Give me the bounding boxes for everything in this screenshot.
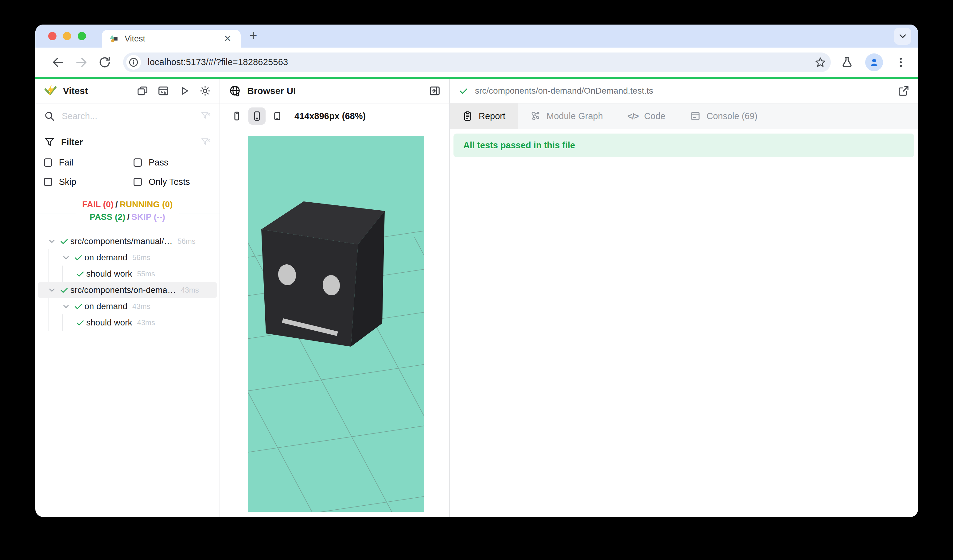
- test-tree-row[interactable]: src/components/on-dema…43ms: [38, 282, 217, 298]
- tab-module-graph[interactable]: Module Graph: [518, 104, 615, 129]
- maximize-window-button[interactable]: [78, 32, 86, 40]
- profile-avatar[interactable]: [865, 53, 883, 71]
- test-render-canvas[interactable]: [248, 136, 424, 512]
- test-duration: 56ms: [177, 237, 196, 246]
- reload-button[interactable]: [98, 56, 112, 69]
- dock-panel-right-icon[interactable]: [429, 85, 441, 97]
- minimize-window-button[interactable]: [63, 32, 71, 40]
- desktop-background: Vitest ✕ + localhost:5173/#: [0, 0, 953, 560]
- test-duration: 55ms: [137, 270, 155, 278]
- test-status-summary: FAIL (0)/RUNNING (0) PASS (2)/SKIP (--): [35, 198, 219, 228]
- url-text: localhost:5173/#/?file=1828625563: [148, 57, 288, 67]
- fail-count: FAIL (0): [82, 200, 113, 209]
- app-title: Vitest: [63, 86, 88, 96]
- vitest-logo-icon: [44, 84, 57, 97]
- file-pass-check-icon: [458, 86, 469, 96]
- indent-guide: [62, 265, 63, 282]
- test-tree: src/components/manual/…56mson demand56ms…: [35, 233, 219, 330]
- test-label: src/components/on-dema…: [70, 285, 176, 295]
- globe-icon: [229, 85, 241, 97]
- device-toolbar: 414x896px (68%): [220, 104, 449, 129]
- checkbox-label: Pass: [149, 158, 168, 168]
- indent-guide: [48, 265, 48, 282]
- back-button[interactable]: [51, 56, 65, 69]
- open-in-editor-icon[interactable]: [892, 85, 910, 97]
- browser-tab-strip: Vitest ✕ +: [35, 25, 918, 48]
- test-progress-bar: [35, 77, 918, 79]
- filter-checkbox-skip[interactable]: Skip: [44, 177, 133, 187]
- test-duration: 43ms: [181, 286, 199, 295]
- search-icon: [44, 110, 55, 122]
- tab-title: Vitest: [125, 34, 222, 43]
- browser-toolbar: localhost:5173/#/?file=1828625563: [35, 48, 918, 77]
- run-all-play-icon[interactable]: [178, 85, 190, 97]
- checkbox[interactable]: [44, 178, 52, 186]
- site-info-icon[interactable]: [126, 55, 141, 70]
- search-input[interactable]: [62, 111, 200, 121]
- report-tabs: ReportModule Graph</>CodeConsole (69): [450, 104, 918, 129]
- sidebar: Vitest: [35, 79, 220, 517]
- checkbox[interactable]: [133, 178, 142, 186]
- vitest-favicon-icon: [109, 34, 119, 43]
- status-line-1: FAIL (0)/RUNNING (0): [82, 198, 173, 211]
- url-bar[interactable]: localhost:5173/#/?file=1828625563: [123, 53, 831, 72]
- test-tree-row[interactable]: on demand56ms: [38, 249, 217, 265]
- clear-filter-icon[interactable]: [200, 137, 211, 147]
- filter-checkbox-only-tests[interactable]: Only Tests: [133, 177, 211, 187]
- pass-count: PASS (2): [90, 212, 125, 222]
- pass-check-icon: [74, 318, 86, 327]
- filter-title: Filter: [61, 137, 83, 147]
- test-tree-row[interactable]: should work43ms: [38, 314, 217, 330]
- browser-menu-icon[interactable]: [895, 56, 907, 68]
- collapse-panels-icon[interactable]: [137, 85, 148, 97]
- pass-check-icon: [72, 301, 84, 311]
- clear-search-filter-icon[interactable]: [200, 111, 211, 121]
- all-tests-passed-banner: All tests passed in this file: [453, 133, 914, 157]
- close-window-button[interactable]: [48, 32, 56, 40]
- report-header: src/components/on-demand/OnDemand.test.t…: [450, 79, 918, 104]
- device-phone-plus-icon[interactable]: [248, 107, 265, 125]
- device-phone-small-icon[interactable]: [228, 107, 245, 125]
- viewport-size-label: 414x896px (68%): [295, 111, 366, 121]
- experiments-flask-icon[interactable]: [841, 56, 854, 69]
- test-label: on demand: [84, 253, 127, 262]
- report-content: All tests passed in this file: [450, 129, 918, 517]
- tab-code[interactable]: </>Code: [615, 104, 678, 129]
- preview-canvas-area: [220, 129, 449, 517]
- tab-console-69[interactable]: Console (69): [678, 104, 770, 129]
- report-icon: [462, 110, 473, 122]
- status-line-2: PASS (2)/SKIP (--): [82, 211, 173, 223]
- chevron-down-icon[interactable]: [46, 237, 58, 246]
- indent-guide: [48, 314, 48, 330]
- funnel-icon: [44, 137, 55, 148]
- device-tablet-icon[interactable]: [269, 107, 286, 125]
- test-tree-row[interactable]: should work55ms: [38, 265, 217, 282]
- test-label: src/components/manual/…: [70, 236, 172, 246]
- forward-button[interactable]: [75, 56, 88, 69]
- theme-toggle-sun-icon[interactable]: [199, 85, 211, 97]
- chevron-down-icon[interactable]: [60, 302, 72, 311]
- browser-tab[interactable]: Vitest ✕: [102, 30, 241, 48]
- sidebar-header: Vitest: [35, 79, 219, 104]
- checkbox[interactable]: [44, 158, 52, 167]
- filter-checkbox-pass[interactable]: Pass: [133, 158, 211, 168]
- pass-check-icon: [58, 236, 70, 246]
- pass-check-icon: [72, 253, 84, 262]
- tab-search-chevron-button[interactable]: [894, 28, 911, 45]
- filter-checkbox-fail[interactable]: Fail: [44, 158, 133, 168]
- toolbar-right-actions: [841, 53, 907, 71]
- test-tree-row[interactable]: src/components/manual/…56ms: [38, 233, 217, 249]
- test-tree-row[interactable]: on demand43ms: [38, 298, 217, 314]
- bookmark-star-icon[interactable]: [814, 56, 827, 68]
- console-icon: [690, 110, 701, 122]
- indent-guide: [62, 314, 63, 330]
- chevron-down-icon[interactable]: [46, 285, 58, 295]
- tab-report[interactable]: Report: [450, 104, 518, 129]
- chevron-down-icon[interactable]: [60, 253, 72, 262]
- tab-close-icon[interactable]: ✕: [222, 34, 233, 43]
- new-tab-button[interactable]: +: [249, 29, 257, 44]
- checkbox[interactable]: [133, 158, 142, 167]
- robot-cube: [261, 202, 385, 347]
- dashboard-icon[interactable]: [157, 85, 169, 97]
- pass-check-icon: [58, 285, 70, 295]
